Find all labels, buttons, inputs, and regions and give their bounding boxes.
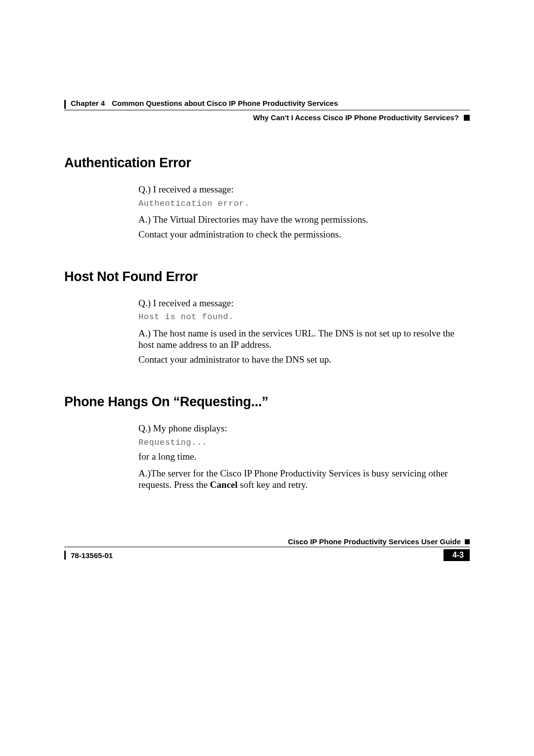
question-intro: Q.) I received a message: xyxy=(138,297,470,309)
footer-square-icon xyxy=(465,539,470,544)
answer-suffix: soft key and retry. xyxy=(238,479,308,490)
footer-guide-title: Cisco IP Phone Productivity Services Use… xyxy=(64,537,465,546)
footer-bottom-row: 78-13565-01 4-3 xyxy=(64,549,470,561)
page-footer: Cisco IP Phone Productivity Services Use… xyxy=(64,537,470,561)
section-heading-requesting: Phone Hangs On “Requesting...” xyxy=(64,394,470,410)
answer-line: A.) The host name is used in the service… xyxy=(138,328,470,351)
running-header: Chapter 4 Common Questions about Cisco I… xyxy=(64,99,470,109)
chapter-title: Common Questions about Cisco IP Phone Pr… xyxy=(112,99,338,107)
header-rule xyxy=(64,110,470,110)
section-body-requesting: Q.) My phone displays: Requesting... for… xyxy=(138,423,470,491)
header-square-icon xyxy=(464,115,470,121)
section-heading-host-not-found: Host Not Found Error xyxy=(64,269,470,284)
question-intro: Q.) I received a message: xyxy=(138,184,470,195)
footer-tick-icon xyxy=(64,551,66,560)
doc-number: 78-13565-01 xyxy=(71,551,113,560)
answer-line: Contact your administrator to have the D… xyxy=(138,354,470,366)
section-breadcrumb: Why Can't I Access Cisco IP Phone Produc… xyxy=(64,113,464,122)
page-number: 4-3 xyxy=(444,549,470,561)
section-heading-auth-error: Authentication Error xyxy=(64,155,470,171)
section-body-auth-error: Q.) I received a message: Authentication… xyxy=(138,184,470,240)
header-tick-icon xyxy=(64,100,66,109)
code-message: Authentication error. xyxy=(138,198,470,209)
footer-rule xyxy=(64,547,470,547)
answer-line: Contact your administration to check the… xyxy=(138,229,470,240)
answer-bold: Cancel xyxy=(210,479,238,490)
header-subhead-row: Why Can't I Access Cisco IP Phone Produc… xyxy=(64,113,470,122)
code-message: Requesting... xyxy=(138,437,470,448)
answer-line: A.) The Virtual Directories may have the… xyxy=(138,214,470,226)
section-body-host-not-found: Q.) I received a message: Host is not fo… xyxy=(138,297,470,366)
footer-guide-row: Cisco IP Phone Productivity Services Use… xyxy=(64,537,470,546)
post-code-note: for a long time. xyxy=(138,451,470,463)
answer-line: A.)The server for the Cisco IP Phone Pro… xyxy=(138,468,470,491)
code-message: Host is not found. xyxy=(138,312,470,322)
chapter-number: Chapter 4 xyxy=(71,99,105,107)
question-intro: Q.) My phone displays: xyxy=(138,423,470,434)
document-page: Chapter 4 Common Questions about Cisco I… xyxy=(64,99,470,494)
